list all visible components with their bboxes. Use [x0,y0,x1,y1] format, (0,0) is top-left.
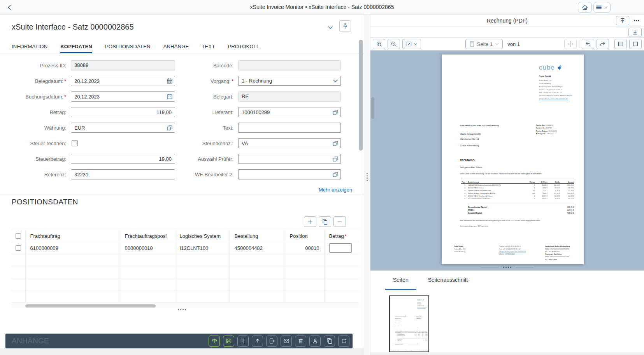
value-help-icon[interactable] [332,140,339,146]
section-resize-grip[interactable] [0,309,364,310]
undo-arrow-icon [585,41,591,47]
waehrung-input[interactable] [71,123,175,133]
column-header[interactable]: Position [285,230,324,242]
upload-button[interactable] [252,336,263,347]
steuer-rechnen-checkbox[interactable] [72,140,78,146]
remove-row-button[interactable] [333,216,346,227]
value-help-icon[interactable] [332,171,339,178]
calendar-icon[interactable] [167,78,173,84]
belegdatum-input[interactable] [71,76,175,86]
thumbnail-frame[interactable]: cube Cube GmbH Kubus-Allee 234 20097 Ham… [389,295,429,352]
viewer-title: Rechnung (PDF) [370,18,644,24]
panel-splitter[interactable] [364,15,370,355]
refresh-button[interactable] [338,336,349,347]
betrag-input[interactable] [71,107,175,117]
vorgang-select[interactable]: 1 - Rechnung [238,76,341,86]
shell-title: xSuite Invoice Monitor • xSuite Interfac… [0,4,644,10]
value-help-icon[interactable] [167,125,173,131]
page-select[interactable]: Seite 1 [465,39,503,49]
email-button[interactable] [281,336,292,347]
zoom-in-button[interactable] [373,39,385,49]
betrag-cell-input[interactable] [329,243,352,253]
table-toolbar [304,216,346,227]
home-button[interactable] [578,2,592,13]
buchungsdatum-input[interactable] [71,91,175,102]
column-header[interactable]: Logisches System [175,230,230,242]
invoice-footer-col2: Telefon: +49 (0) 40 55 66 36 -0 Fax: +49… [406,350,419,352]
viewer-resize-grip[interactable] [370,264,644,270]
prozess-id-value: 38089 [71,60,175,70]
tab-kopfdaten[interactable]: KOPFDATEN [60,40,92,53]
pdf-viewer-panel: Rechnung (PDF) Seite 1 von 1 [370,15,644,352]
copy-document-button[interactable] [324,336,335,347]
tab-seiten[interactable]: Seiten [385,271,416,290]
wf-bearbeiter2-input[interactable] [238,169,341,179]
pan-button[interactable] [564,39,577,49]
pdf-scrollbar-thumb[interactable] [371,97,374,119]
download-button[interactable] [628,28,642,37]
value-help-icon[interactable] [332,109,339,115]
fit-width-button[interactable] [402,39,421,49]
auswahl-pruefer-input[interactable] [238,154,341,164]
overflow-menu-button[interactable] [632,16,642,25]
collapse-arrow-icon [619,18,626,24]
mehr-anzeigen-link[interactable]: Mehr anzeigen [319,187,352,193]
tab-strip: INFORMATION KOPFDATEN POSITIONSDATEN ANH… [0,40,364,53]
text-input[interactable] [238,123,341,133]
add-row-button[interactable] [304,216,316,227]
field-label: WF-Bearbeiter 2: [187,172,233,178]
viewer-header: Rechnung (PDF) [370,15,644,26]
collapse-header-button[interactable] [327,25,333,31]
tab-information[interactable]: INFORMATION [12,40,47,53]
save-icon [226,338,232,344]
chevron-down-icon [327,25,333,31]
cell-frachtauftragsposi: 0000000010 [120,242,175,254]
expand-viewer-button[interactable] [616,16,629,25]
field-label: Betrag: [0,109,66,115]
tab-seitenausschnitt[interactable]: Seitenausschnitt [420,271,476,290]
tab-positionsdaten[interactable]: POSITIONSDATEN [105,40,151,53]
simulate-button[interactable] [209,336,220,347]
horizontal-scrollbar[interactable] [12,304,358,308]
upload-icon [254,338,261,344]
cell-bestellung: 4500004482 [230,242,285,254]
column-header[interactable]: Frachtauftrag [25,230,120,242]
rotate-left-button[interactable] [582,39,594,49]
zoom-out-button[interactable] [388,39,400,49]
steuerkennz-input[interactable] [238,138,341,148]
value-help-icon[interactable] [332,156,339,162]
pdf-canvas-area[interactable]: cube Cube GmbH Kubus-Allee 234 20097 Ham… [370,51,644,271]
column-header[interactable]: Bestellung [230,230,285,242]
referenz-input[interactable] [71,169,175,179]
column-header[interactable]: Betrag* [324,230,358,242]
table-row[interactable]: 6100000009 0000000010 I12CLNT100 4500004… [12,242,358,254]
column-header[interactable]: Frachtauftragsposi [120,230,175,242]
split-view-button[interactable] [614,39,627,49]
save-button[interactable] [223,336,234,347]
rotate-right-button[interactable] [597,39,609,49]
assign-user-button[interactable] [309,336,321,347]
copy-row-button[interactable] [319,216,331,227]
menu-button[interactable] [593,2,611,13]
left-panel-scrollbar[interactable] [359,40,363,151]
calendar-icon[interactable] [167,93,173,100]
invoice-recipient: xSuite Group GmbH Hamburger Str. 12 2292… [460,132,481,149]
delete-button[interactable] [295,336,306,347]
chevron-down-icon [604,5,608,10]
select-all-checkbox[interactable] [16,233,21,239]
post-button[interactable] [237,336,249,347]
cell-position: 00010 [285,242,324,254]
single-page-button[interactable] [629,39,642,49]
scrollbar-thumb[interactable] [25,304,156,308]
steuerbetrag-input[interactable] [71,154,175,164]
tab-text[interactable]: TEXT [202,40,215,53]
bank-icon [240,338,246,344]
tab-anhaenge[interactable]: ANHÄNGE [163,40,189,53]
lieferant-input[interactable] [238,107,341,117]
cube-logo: cube [418,299,424,301]
row-checkbox[interactable] [16,245,21,251]
chevron-down-icon [495,42,499,46]
tab-protokoll[interactable]: PROTOKOLL [228,40,259,53]
pin-header-button[interactable] [339,20,351,32]
forward-button[interactable] [266,336,277,347]
